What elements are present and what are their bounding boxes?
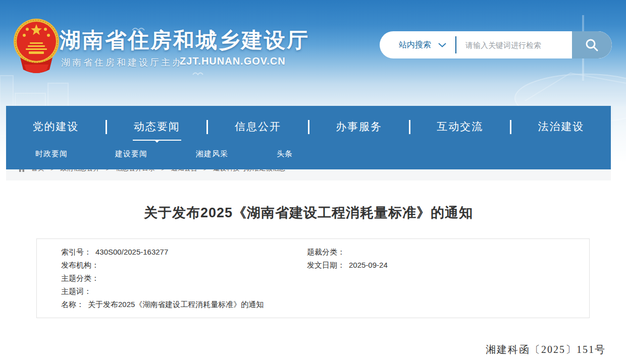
meta-label: 名称： [61,300,84,309]
nav-item-party-building[interactable]: 党的建设 [6,119,106,135]
meta-value: 430S00/2025-163277 [95,248,168,256]
search-scope-label: 站内搜索 [399,40,431,50]
meta-row-issue-date: 发文日期：2025-09-24 [307,259,589,272]
main-nav: 党的建设 动态要闻 信息公开 办事服务 互动交流 法治建设 时政 [6,106,611,169]
subnav-item-construction-news[interactable]: 建设要闻 [115,149,147,159]
meta-value: 2025-09-24 [349,261,388,269]
national-emblem-icon [13,16,60,75]
site-domain-text: ZJT.HUNAN.GOV.CN [180,55,286,67]
meta-label: 发布机构： [61,261,99,269]
search-bar: 站内搜索 [380,31,612,58]
search-input[interactable] [456,31,572,58]
site-header: 湖南省住房和城乡建设厅 湖南省住房和建设厅主办 ZJT.HUNAN.GOV.CN… [0,0,626,107]
page-title: 关于发布2025《湖南省建设工程消耗量标准》的通知 [6,204,611,222]
meta-column-right: 题裁分类： 发文日期：2025-09-24 [307,246,589,318]
nav-item-label: 办事服务 [336,119,382,135]
search-button[interactable] [572,31,612,58]
meta-row-genre-category: 题裁分类： [307,246,589,259]
meta-value: 关于发布2025《湖南省建设工程消耗量标准》的通知 [88,300,264,309]
site-title[interactable]: 湖南省住房和城乡建设厅 [60,26,309,54]
nav-item-interaction[interactable]: 互动交流 [410,119,510,135]
main-nav-row: 党的建设 动态要闻 信息公开 办事服务 互动交流 法治建设 [6,106,611,148]
subnav-item-xiangjian-style[interactable]: 湘建风采 [196,149,228,159]
meta-row-index-number: 索引号：430S00/2025-163277 [61,246,307,259]
page: 首页 > 政府信息公开 > 信息公开目录 > 通知公告 > 建设科技与标准定额信… [0,0,626,364]
nav-item-label: 法治建设 [538,119,584,135]
meta-label: 题裁分类： [307,248,345,256]
site-sponsor-text: 湖南省住房和建设厅主办 [61,56,183,69]
sub-nav-row: 时政要闻 建设要闻 湘建风采 头条 [6,148,611,169]
search-scope-dropdown[interactable]: 站内搜索 [380,40,454,50]
nav-item-news[interactable]: 动态要闻 [107,119,206,135]
meta-row-name: 名称：关于发布2025《湖南省建设工程消耗量标准》的通知 [61,298,307,311]
meta-label: 索引号： [61,248,91,256]
nav-item-info-disclosure[interactable]: 信息公开 [208,119,307,135]
document-meta-box: 索引号：430S00/2025-163277 发布机构： 主题分类： 主题词： … [36,238,590,318]
meta-row-topic-category: 主题分类： [61,272,307,285]
document-number: 湘建科函〔2025〕151号 [486,343,606,356]
subnav-item-headlines[interactable]: 头条 [277,149,293,159]
meta-label: 发文日期： [307,261,345,269]
nav-item-label: 动态要闻 [134,119,180,135]
nav-item-rule-of-law[interactable]: 法治建设 [511,119,611,135]
nav-item-label: 信息公开 [235,119,281,135]
nav-item-label: 互动交流 [437,119,483,135]
chevron-down-icon [438,43,446,47]
meta-row-issuing-agency: 发布机构： [61,259,307,272]
search-icon [585,38,599,52]
nav-item-services[interactable]: 办事服务 [309,119,409,135]
meta-label: 主题分类： [61,274,99,282]
meta-column-left: 索引号：430S00/2025-163277 发布机构： 主题分类： 主题词： … [61,246,307,318]
meta-row-keywords: 主题词： [61,285,307,298]
subnav-item-politics-news[interactable]: 时政要闻 [35,149,68,159]
nav-item-label: 党的建设 [33,119,79,135]
meta-label: 主题词： [61,287,91,295]
